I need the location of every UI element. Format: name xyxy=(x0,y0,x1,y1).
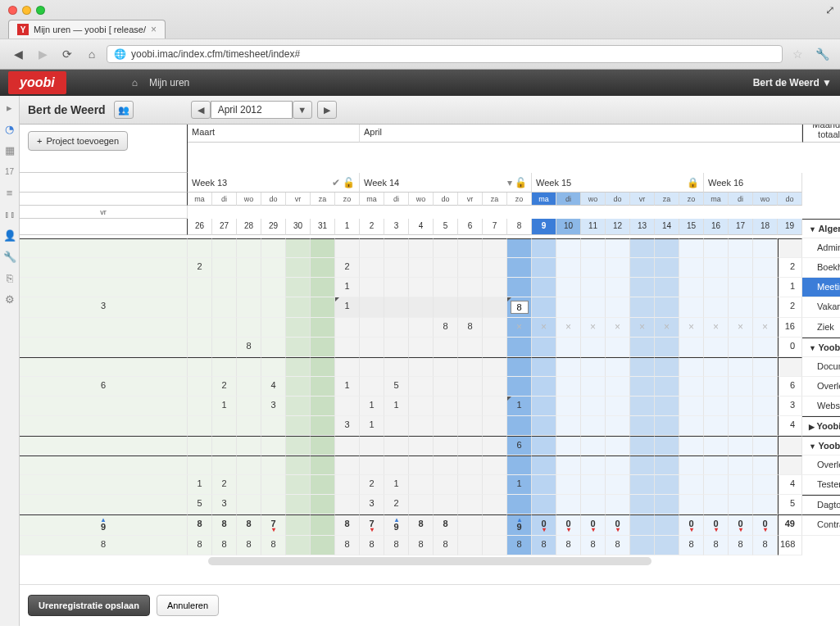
hour-cell[interactable] xyxy=(532,377,556,397)
hour-cell[interactable] xyxy=(458,397,483,416)
hour-cell[interactable] xyxy=(581,397,606,416)
group-row[interactable]: Yoobi - Support xyxy=(802,436,840,456)
hour-cell[interactable] xyxy=(729,297,753,318)
user-menu[interactable]: Bert de Weerd ▼ xyxy=(753,77,832,88)
hour-cell[interactable] xyxy=(532,495,556,514)
wrench-icon[interactable]: 🔧 xyxy=(812,44,832,64)
hour-cell[interactable] xyxy=(704,495,729,514)
hour-cell[interactable] xyxy=(409,258,434,278)
forward-button[interactable]: ▶ xyxy=(33,44,52,64)
hour-cell[interactable] xyxy=(20,258,188,278)
hour-cell[interactable] xyxy=(581,475,606,495)
reload-button[interactable]: ⟳ xyxy=(57,44,77,64)
hour-cell[interactable] xyxy=(384,278,409,297)
hour-cell[interactable] xyxy=(212,318,237,338)
hour-cell[interactable] xyxy=(286,397,311,416)
hour-cell[interactable] xyxy=(261,416,286,436)
date-header[interactable]: 12 xyxy=(606,219,630,235)
fullscreen-icon[interactable]: ⤢ xyxy=(820,0,840,20)
hour-cell[interactable] xyxy=(729,475,753,495)
hour-cell[interactable] xyxy=(311,297,335,318)
hour-cell[interactable] xyxy=(729,436,753,456)
hour-cell[interactable] xyxy=(753,416,778,436)
hour-cell[interactable] xyxy=(286,338,311,357)
date-header[interactable]: 15 xyxy=(679,219,704,235)
hour-cell[interactable] xyxy=(729,258,753,278)
hour-cell[interactable] xyxy=(581,416,606,436)
hour-cell[interactable] xyxy=(606,397,630,416)
hour-cell[interactable] xyxy=(581,436,606,456)
hour-cell[interactable]: 5 xyxy=(384,377,409,397)
hour-cell[interactable] xyxy=(20,416,188,436)
hour-cell[interactable] xyxy=(556,297,581,318)
hour-cell[interactable] xyxy=(384,338,409,357)
hour-cell[interactable]: 2 xyxy=(335,258,360,278)
hour-cell[interactable] xyxy=(237,416,261,436)
hour-cell[interactable] xyxy=(507,495,532,514)
hour-cell[interactable]: 8 xyxy=(458,318,483,338)
hour-cell[interactable] xyxy=(311,495,335,514)
hour-cell[interactable] xyxy=(20,495,188,514)
hour-cell[interactable] xyxy=(237,318,261,338)
hour-cell[interactable]: 4 xyxy=(261,377,286,397)
task-row-label[interactable]: Vakantie xyxy=(802,297,840,318)
hour-cell[interactable]: 1 xyxy=(360,397,384,416)
hour-cell[interactable]: 3 xyxy=(261,397,286,416)
clock-icon[interactable]: ◔ xyxy=(3,122,16,135)
hour-cell[interactable] xyxy=(729,338,753,357)
hour-cell[interactable] xyxy=(188,338,212,357)
hour-cell[interactable] xyxy=(360,258,384,278)
hour-cell[interactable]: 3 xyxy=(212,495,237,514)
hour-cell[interactable] xyxy=(434,377,458,397)
hour-cell[interactable]: × xyxy=(507,318,532,338)
hour-cell[interactable] xyxy=(655,297,679,318)
task-row-label[interactable]: Meeting xyxy=(802,278,840,297)
date-header[interactable]: 30 xyxy=(286,219,311,235)
hour-cell[interactable]: 1 xyxy=(360,416,384,436)
hour-cell[interactable] xyxy=(704,416,729,436)
hour-cell[interactable] xyxy=(507,258,532,278)
date-header[interactable]: 4 xyxy=(409,219,434,235)
hour-cell[interactable]: 8 xyxy=(237,338,261,357)
hour-cell[interactable] xyxy=(384,318,409,338)
hour-cell[interactable] xyxy=(311,338,335,357)
hour-cell[interactable] xyxy=(679,436,704,456)
link-icon[interactable]: ⎘ xyxy=(3,271,16,284)
hour-cell[interactable] xyxy=(630,397,655,416)
task-row-label[interactable]: Website xyxy=(802,397,840,416)
date-header[interactable]: 19 xyxy=(778,219,802,235)
hour-cell[interactable] xyxy=(286,475,311,495)
date-header[interactable]: 14 xyxy=(655,219,679,235)
unlock-icon[interactable]: 🔓 xyxy=(343,177,355,188)
hour-cell[interactable] xyxy=(434,475,458,495)
hour-cell[interactable]: 2 xyxy=(212,475,237,495)
hour-cell[interactable] xyxy=(606,475,630,495)
date-header[interactable]: 7 xyxy=(483,219,507,235)
hour-cell[interactable] xyxy=(20,318,188,338)
hour-cell[interactable] xyxy=(679,416,704,436)
hour-cell[interactable] xyxy=(20,278,188,297)
hour-cell[interactable] xyxy=(261,475,286,495)
hour-cell[interactable]: × xyxy=(630,318,655,338)
next-month-button[interactable]: ▶ xyxy=(317,101,337,119)
hour-cell[interactable] xyxy=(507,416,532,436)
hour-cell[interactable] xyxy=(212,258,237,278)
close-tab-icon[interactable]: × xyxy=(151,24,157,35)
hour-cell[interactable] xyxy=(655,416,679,436)
hour-cell[interactable] xyxy=(483,297,507,318)
hour-cell[interactable] xyxy=(188,377,212,397)
hour-cell[interactable] xyxy=(237,397,261,416)
hour-cell[interactable] xyxy=(458,475,483,495)
hour-cell[interactable] xyxy=(630,436,655,456)
hour-cell[interactable]: × xyxy=(581,318,606,338)
hour-cell[interactable] xyxy=(556,338,581,357)
hour-cell[interactable] xyxy=(311,258,335,278)
hour-cell[interactable]: 1 xyxy=(507,397,532,416)
hour-cell[interactable] xyxy=(679,397,704,416)
hour-input[interactable] xyxy=(511,301,529,314)
hour-cell[interactable]: × xyxy=(679,318,704,338)
hour-cell[interactable] xyxy=(360,338,384,357)
hour-cell[interactable] xyxy=(237,475,261,495)
hour-cell[interactable] xyxy=(729,377,753,397)
hour-cell[interactable] xyxy=(606,297,630,318)
